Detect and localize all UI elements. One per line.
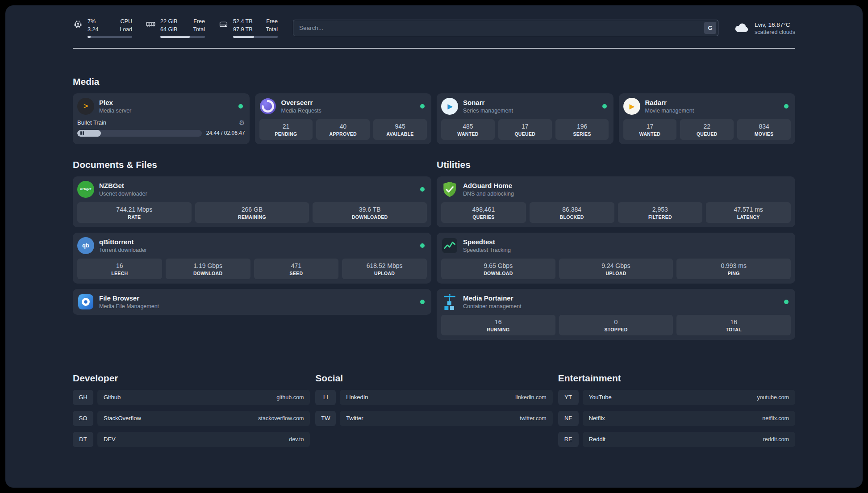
stat-value: 16 (678, 318, 789, 326)
stat-tile: 945 AVAILABLE (373, 119, 427, 140)
app-name: Sonarr (463, 98, 597, 107)
bookmark-stackoverflow[interactable]: SO StackOverflow stackoverflow.com (73, 411, 310, 426)
sonarr-glyph: ▶ (448, 103, 453, 110)
app-name: Speedtest (463, 238, 791, 246)
stat-tile: 2,953 FILTERED (618, 202, 703, 223)
search-input[interactable] (293, 20, 718, 36)
stat-value: 39.6 TB (314, 206, 425, 213)
app-desc: DNS and adblocking (463, 191, 791, 197)
stat-tile: 16 RUNNING (441, 315, 555, 335)
stat-label: QUEUED (500, 131, 550, 137)
now-playing-widget: Bullet Train ⚙ 24:44 / 02:06:47 (77, 119, 245, 137)
stat-value: 266 GB (197, 206, 308, 213)
bookmark-name: LinkedIn (346, 394, 368, 401)
status-dot-online (784, 300, 789, 304)
nzbget-icon: nzbget (77, 181, 94, 198)
pause-icon[interactable] (80, 131, 84, 135)
app-name: NZBGet (99, 181, 415, 190)
cpu-label: CPU (121, 18, 132, 26)
cpu-percent: 7% (88, 18, 96, 26)
bookmark-abbr: NF (558, 411, 579, 426)
resource-widgets: 7% CPU 3.24 Load (73, 18, 278, 38)
radarr-card[interactable]: ▶ Radarr Movie management 17 WANTED 22 (619, 93, 796, 144)
stat-value: 9.65 Gbps (443, 262, 554, 269)
stat-label: AVAILABLE (375, 131, 425, 137)
top-bar: 7% CPU 3.24 Load (73, 18, 795, 38)
cpu-load-value: 3.24 (88, 26, 98, 34)
playback-time: 24:44 / 02:06:47 (206, 130, 245, 136)
section-title-entertainment: Entertainment (558, 373, 795, 384)
bookmark-abbr: SO (73, 411, 93, 426)
stat-tile: 16 LEECH (77, 259, 162, 279)
app-desc: Media server (99, 108, 234, 114)
bookmark-netflix[interactable]: NF Netflix netflix.com (558, 411, 795, 426)
section-developer: Developer GH Github github.com SO StackO… (73, 373, 310, 453)
radarr-icon: ▶ (623, 98, 640, 115)
speedtest-icon (441, 237, 458, 254)
bookmark-name: Netflix (589, 415, 605, 422)
adguard-card[interactable]: AdGuard Home DNS and adblocking 498,461 … (437, 176, 795, 227)
status-dot-online (238, 104, 243, 109)
status-dot-online (420, 104, 425, 109)
playback-progress-bar[interactable] (77, 130, 202, 137)
stat-label: QUERIES (443, 214, 524, 220)
bookmark-abbr: TW (315, 411, 336, 426)
stat-tile: 498,461 QUERIES (441, 202, 526, 223)
stat-value: 0 (561, 318, 672, 326)
stat-value: 471 (256, 262, 337, 269)
bookmark-github[interactable]: GH Github github.com (73, 390, 310, 405)
plex-card[interactable]: > Plex Media server Bullet Train ⚙ (73, 93, 250, 144)
stat-tile: 39.6 TB DOWNLOADED (313, 202, 427, 223)
search-bar: G (293, 20, 718, 36)
sonarr-card[interactable]: ▶ Sonarr Series management 485 WANTED 17 (437, 93, 613, 144)
bookmark-url: github.com (276, 394, 304, 401)
stat-value: 0.993 ms (678, 262, 789, 269)
stat-tile: 22 QUEUED (680, 119, 734, 140)
speedtest-card[interactable]: Speedtest Speedtest Tracking 9.65 Gbps D… (437, 233, 795, 284)
stat-label: UPLOAD (344, 271, 425, 276)
bookmarks: Developer GH Github github.com SO StackO… (73, 373, 795, 453)
qbittorrent-card[interactable]: qb qBittorrent Torrent downloader 16 LEE… (73, 233, 431, 284)
bookmark-youtube[interactable]: YT YouTube youtube.com (558, 390, 795, 405)
stat-value: 40 (318, 123, 368, 130)
bookmark-reddit[interactable]: RE Reddit reddit.com (558, 432, 795, 447)
memory-total-label: Total (193, 26, 205, 34)
app-desc: Movie management (645, 108, 780, 114)
memory-total-value: 64 GiB (160, 26, 177, 34)
disk-total-label: Total (266, 26, 278, 34)
filebrowser-card[interactable]: File Browser Media File Management (73, 289, 431, 315)
weather-widget: Lviv, 16.87°C scattered clouds (734, 21, 795, 36)
stat-value: 945 (375, 123, 425, 130)
stat-tile: 16 TOTAL (676, 315, 791, 335)
overseerr-card[interactable]: Overseerr Media Requests 21 PENDING 40 A… (255, 93, 432, 144)
search-provider-button[interactable]: G (704, 22, 716, 34)
portainer-card[interactable]: Media Portainer Container management 16 … (437, 289, 795, 340)
stat-tile: 9.65 Gbps DOWNLOAD (441, 259, 555, 279)
stat-tile: 17 QUEUED (498, 119, 552, 140)
stat-value: 9.24 Gbps (561, 262, 672, 269)
app-name: File Browser (99, 294, 415, 303)
bookmark-name: Reddit (589, 436, 606, 443)
stat-label: WANTED (625, 131, 675, 137)
stat-tile: 86,384 BLOCKED (530, 202, 614, 223)
section-utilities: Utilities AdGuard Home DNS and adblockin… (437, 159, 795, 345)
plex-icon: > (77, 98, 94, 115)
bookmark-name: Twitter (346, 415, 363, 422)
stat-value: 22 (682, 123, 732, 130)
app-name: Plex (99, 98, 234, 107)
app-desc: Speedtest Tracking (463, 247, 791, 253)
bookmark-twitter[interactable]: TW Twitter twitter.com (315, 411, 552, 426)
bookmark-url: twitter.com (520, 415, 547, 422)
section-documents: Documents & Files nzbget NZBGet Usenet d… (73, 159, 431, 320)
section-title-documents: Documents & Files (73, 159, 431, 170)
bookmark-name: Github (104, 394, 121, 401)
nzbget-card[interactable]: nzbget NZBGet Usenet downloader 744.21 M… (73, 176, 431, 227)
gear-icon[interactable]: ⚙ (239, 119, 245, 127)
bookmark-linkedin[interactable]: LI LinkedIn linkedin.com (315, 390, 552, 405)
stat-label: PENDING (261, 131, 311, 137)
status-dot-online (420, 187, 425, 192)
app-desc: Series management (463, 108, 597, 114)
bookmark-dev[interactable]: DT DEV dev.to (73, 432, 310, 447)
dashboard: 7% CPU 3.24 Load (5, 5, 863, 488)
stat-label: DOWNLOAD (443, 271, 554, 276)
